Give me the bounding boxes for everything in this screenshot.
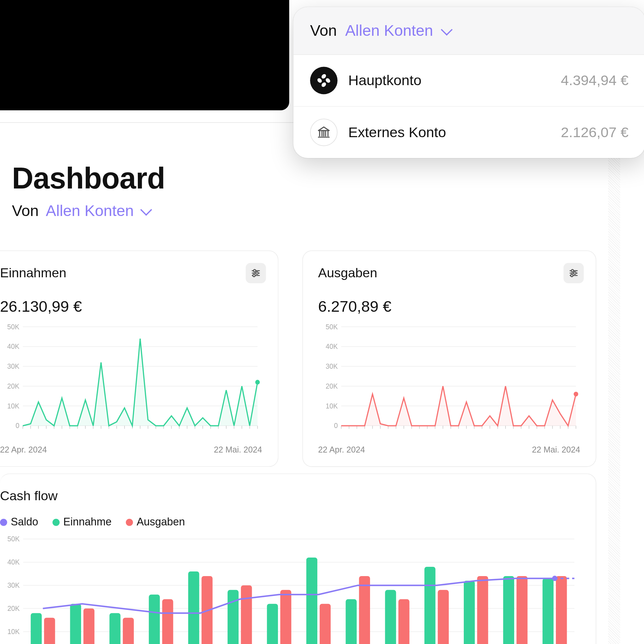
svg-rect-135 [438,590,449,644]
svg-rect-115 [44,618,55,644]
svg-text:40K: 40K [7,343,20,350]
sliders-icon [251,268,260,278]
svg-point-143 [552,576,558,581]
svg-rect-127 [280,590,291,644]
svg-rect-114 [31,613,42,644]
account-filter-inline[interactable]: Von Allen Konten [12,201,149,220]
right-edge-shadow [608,119,620,644]
range-to: 22 Mai. 2024 [532,445,580,455]
svg-rect-140 [543,578,554,644]
svg-rect-137 [477,576,488,644]
svg-rect-122 [188,571,199,644]
expense-card: Ausgaben 6.270,89 € 010K20K30K40K50K 22 … [302,250,596,467]
cashflow-card: Cash flow Saldo Einnahme Ausgaben 10K20K… [0,473,596,644]
income-card: Einnahmen 26.130,99 € 010K20K30K40K50K 2… [0,250,278,467]
svg-rect-116 [70,604,81,644]
dropdown-value: Allen Konten [345,22,433,40]
svg-text:20K: 20K [7,382,20,390]
svg-point-7 [255,272,258,274]
svg-rect-124 [228,590,239,644]
svg-text:20K: 20K [7,605,20,613]
svg-point-1 [321,81,327,87]
svg-rect-132 [385,590,396,644]
svg-rect-141 [556,576,567,644]
range-from: 22 Apr. 2024 [0,445,47,455]
filter-value: Allen Konten [46,201,134,220]
svg-point-53 [255,380,260,385]
svg-rect-130 [346,599,356,644]
account-name: Externes Konto [348,124,550,140]
svg-rect-121 [162,599,173,644]
range-from: 22 Apr. 2024 [318,445,365,455]
expense-chart: 010K20K30K40K50K [318,323,580,443]
card-amount: 26.130,99 € [0,297,262,316]
income-chart: 010K20K30K40K50K [0,323,262,443]
svg-point-57 [574,272,576,274]
range-to: 22 Mai. 2024 [214,445,262,455]
svg-text:30K: 30K [7,362,20,370]
svg-rect-131 [359,576,370,644]
svg-text:0: 0 [16,422,19,430]
svg-rect-120 [149,595,160,644]
legend-item-income: Einnahme [52,516,111,528]
sliders-icon [569,268,578,278]
top-black-bar [0,0,289,110]
bank-icon [310,119,338,146]
svg-rect-117 [83,609,94,644]
legend-item-expense: Ausgaben [126,516,185,528]
svg-text:10K: 10K [7,628,20,636]
svg-text:50K: 50K [7,535,20,543]
account-option-hauptkonto[interactable]: Hauptkonto 4.394,94 € [294,55,644,107]
svg-rect-125 [241,585,252,644]
svg-text:0: 0 [334,422,337,430]
svg-point-55 [571,270,573,272]
svg-rect-129 [320,604,331,644]
svg-rect-118 [109,613,120,644]
svg-text:10K: 10K [7,402,20,410]
account-balance: 2.126,07 € [561,124,628,140]
dropdown-label: Von [310,22,337,40]
svg-rect-136 [464,581,475,644]
chart-date-range: 22 Apr. 2024 22 Mai. 2024 [0,445,262,455]
account-dropdown-trigger[interactable]: Von Allen Konten [294,7,644,55]
cashflow-legend: Saldo Einnahme Ausgaben [0,516,580,528]
card-title: Ausgaben [318,265,580,281]
svg-rect-133 [399,599,409,644]
svg-rect-139 [516,576,527,644]
card-settings-button[interactable] [245,263,266,283]
svg-point-103 [573,392,578,396]
page-title: Dashboard [12,161,165,195]
svg-rect-134 [424,567,435,644]
svg-point-2 [317,78,323,84]
svg-text:30K: 30K [325,362,338,370]
svg-point-59 [571,274,573,277]
svg-text:10K: 10K [325,402,338,410]
card-title: Einnahmen [0,265,262,281]
account-balance: 4.394,94 € [561,72,628,89]
card-amount: 6.270,89 € [318,297,580,316]
svg-point-5 [253,270,255,272]
svg-text:40K: 40K [325,343,338,350]
svg-rect-138 [503,576,514,644]
svg-rect-126 [267,604,278,644]
account-option-externes[interactable]: Externes Konto 2.126,07 € [294,107,644,158]
svg-point-0 [321,73,327,79]
section-title: Cash flow [0,488,580,504]
chevron-down-icon [441,24,453,35]
filter-label: Von [12,201,39,220]
card-settings-button[interactable] [563,263,584,283]
svg-point-9 [252,274,255,277]
chevron-down-icon [140,204,152,216]
cashflow-chart: 10K20K30K40K50K [0,535,580,644]
account-name: Hauptkonto [348,72,550,89]
svg-point-3 [325,78,331,84]
svg-text:20K: 20K [325,382,338,390]
svg-text:30K: 30K [7,581,20,589]
svg-text:40K: 40K [7,558,20,566]
account-dropdown: Von Allen Konten Hauptkonto 4.394,94 € E… [294,7,644,158]
chart-date-range: 22 Apr. 2024 22 Mai. 2024 [318,445,580,455]
svg-rect-119 [123,618,134,644]
svg-rect-128 [306,558,317,644]
logo-icon [310,67,338,94]
svg-text:50K: 50K [325,323,338,331]
